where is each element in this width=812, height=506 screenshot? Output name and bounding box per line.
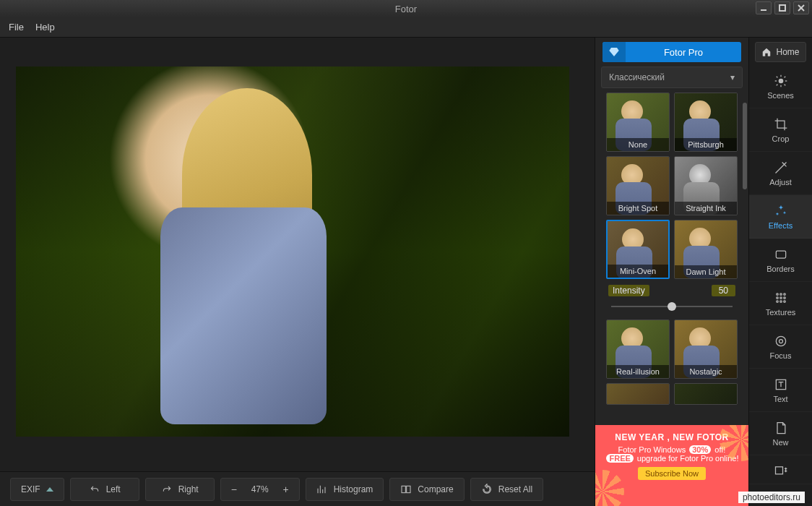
effect-category-dropdown[interactable]: Классический ▾ <box>601 67 743 88</box>
crop-icon <box>774 117 788 132</box>
canvas-holder <box>0 38 595 471</box>
scenes-icon <box>774 74 788 88</box>
window-controls <box>756 1 809 14</box>
svg-line-11 <box>776 76 777 77</box>
promo-headline: NEW YEAR , NEW FOTOR <box>604 432 740 442</box>
tool-sidebar: Home Scenes Crop Adjust Effects Borders <box>748 38 812 506</box>
reset-all-label: Reset All <box>498 484 532 494</box>
rotate-right-icon <box>161 484 173 495</box>
upgrade-pro-button[interactable]: Fotor Pro <box>602 42 741 62</box>
tool-scenes[interactable]: Scenes <box>749 65 812 108</box>
tool-text[interactable]: Text <box>749 369 812 412</box>
svg-point-16 <box>776 293 778 295</box>
svg-point-26 <box>779 339 782 343</box>
tool-label: Crop <box>772 134 790 143</box>
rotate-left-button[interactable]: Left <box>70 478 139 501</box>
textures-icon <box>774 291 788 305</box>
menu-file[interactable]: File <box>9 22 24 33</box>
zoom-control[interactable]: − 47% + <box>220 478 300 501</box>
effect-thumb-label: Real-illusion <box>607 365 669 378</box>
effect-thumb-label: None <box>607 138 669 151</box>
window-title: Fotor <box>395 4 417 14</box>
zoom-value: 47% <box>251 484 269 494</box>
tool-batch[interactable] <box>749 455 812 484</box>
home-icon <box>761 47 772 57</box>
window-close-button[interactable] <box>793 1 809 14</box>
svg-rect-5 <box>407 486 410 492</box>
menu-bar: File Help <box>0 17 812 38</box>
tool-borders[interactable]: Borders <box>749 239 812 282</box>
photo-canvas[interactable] <box>16 67 569 437</box>
free-pill: FREE <box>606 454 633 463</box>
text-icon <box>774 377 788 392</box>
chevron-down-icon: ▾ <box>730 72 735 82</box>
exif-label: EXIF <box>21 484 40 494</box>
bottom-toolbar: EXIF Left Right − 47% + Histogram <box>0 471 595 506</box>
effect-thumb-bright-spot[interactable]: Bright Spot <box>606 156 670 215</box>
title-bar: Fotor <box>0 0 812 17</box>
reset-all-button[interactable]: Reset All <box>470 478 543 501</box>
home-label: Home <box>776 47 799 57</box>
slider-knob[interactable] <box>668 302 676 311</box>
effect-thumb-partial[interactable] <box>674 383 738 405</box>
effect-thumb-nostalgic[interactable]: Nostalgic <box>674 320 738 379</box>
compare-button[interactable]: Compare <box>389 478 464 501</box>
effects-panel: Fotor Pro Классический ▾ None Pittsburgh… <box>595 38 748 506</box>
tool-label: New <box>772 438 788 447</box>
tool-crop[interactable]: Crop <box>749 108 812 152</box>
promo-line-1: Fotor Pro Windows 30% off! <box>604 445 740 454</box>
intensity-label: Intensity <box>608 285 649 296</box>
svg-point-25 <box>776 336 785 346</box>
effect-category-label: Классический <box>609 72 665 82</box>
effect-thumb-none[interactable]: None <box>606 93 670 152</box>
tool-focus[interactable]: Focus <box>749 325 812 369</box>
tool-adjust[interactable]: Adjust <box>749 152 812 195</box>
tool-label: Focus <box>770 351 792 360</box>
tool-label: Effects <box>769 221 792 230</box>
intensity-slider[interactable] <box>611 301 733 312</box>
borders-icon <box>774 247 788 262</box>
effect-thumb-partial[interactable] <box>606 383 670 405</box>
effect-thumb-label: Dawn Light <box>675 265 737 278</box>
tool-effects[interactable]: Effects <box>749 195 812 239</box>
svg-point-20 <box>779 296 782 299</box>
zoom-out-icon[interactable]: − <box>231 484 237 495</box>
effect-thumb-label: Straight Ink <box>675 202 737 215</box>
window-minimize-button[interactable] <box>756 1 772 14</box>
effect-thumb-straight-ink[interactable]: Straight Ink <box>674 156 738 215</box>
histogram-icon <box>316 484 328 495</box>
tool-label: Text <box>773 395 787 403</box>
promo-banner[interactable]: NEW YEAR , NEW FOTOR Fotor Pro Windows 3… <box>595 425 748 506</box>
window-maximize-button[interactable] <box>774 1 790 14</box>
svg-rect-15 <box>776 251 785 258</box>
effect-thumb-label: Mini-Oven <box>608 265 668 278</box>
subscribe-button[interactable]: Subscribe Now <box>638 467 706 480</box>
exif-button[interactable]: EXIF <box>10 478 64 501</box>
effects-scrollbar[interactable] <box>743 103 747 189</box>
tool-new[interactable]: New <box>749 412 812 455</box>
intensity-value: 50 <box>712 285 735 296</box>
menu-help[interactable]: Help <box>35 22 55 33</box>
effect-thumb-pittsburgh[interactable]: Pittsburgh <box>674 93 738 152</box>
zoom-in-icon[interactable]: + <box>282 484 288 495</box>
effect-thumb-real-illusion[interactable]: Real-illusion <box>606 320 670 379</box>
rotate-right-button[interactable]: Right <box>145 478 215 501</box>
effect-thumb-label: Nostalgic <box>675 365 737 378</box>
svg-point-22 <box>776 300 778 302</box>
exif-arrow-icon <box>46 487 53 492</box>
effect-thumb-label: Pittsburgh <box>675 138 737 151</box>
tool-label: Textures <box>766 308 796 317</box>
svg-line-13 <box>776 84 777 85</box>
effect-thumb-mini-oven[interactable]: Mini-Oven <box>606 220 670 279</box>
svg-point-21 <box>783 296 785 299</box>
home-button[interactable]: Home <box>755 42 806 62</box>
tool-textures[interactable]: Textures <box>749 282 812 325</box>
tool-label: Borders <box>766 265 795 273</box>
svg-point-24 <box>783 300 785 302</box>
svg-line-12 <box>784 84 785 85</box>
effect-thumb-dawn-light[interactable]: Dawn Light <box>674 220 738 279</box>
histogram-button[interactable]: Histogram <box>306 478 384 501</box>
intensity-row: Intensity 50 <box>600 279 744 298</box>
effects-icon <box>774 204 788 218</box>
svg-point-6 <box>778 78 783 83</box>
